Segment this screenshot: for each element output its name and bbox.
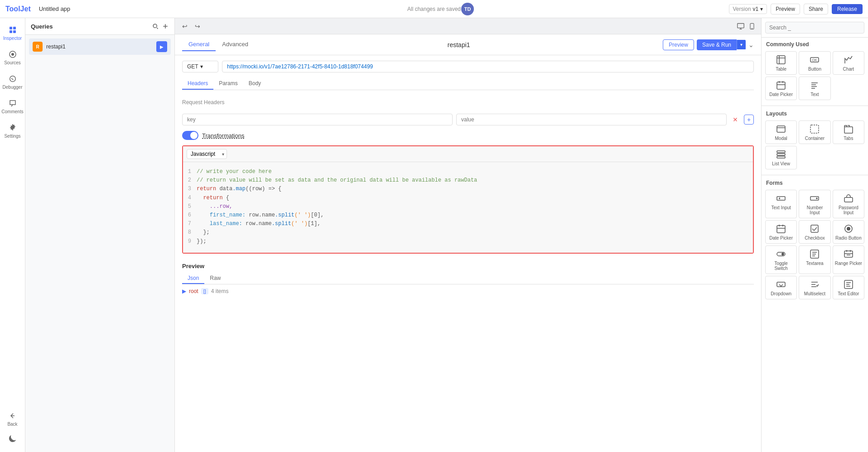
container-icon: [809, 124, 820, 135]
comments-icon: [8, 99, 17, 108]
save-run-main[interactable]: Save & Run: [697, 39, 737, 50]
redo-button[interactable]: ↪: [193, 21, 202, 32]
save-run-arrow[interactable]: ▾: [737, 40, 746, 49]
dark-mode-toggle[interactable]: [2, 430, 24, 447]
code-line-9: 9 });: [183, 237, 753, 246]
widget-textarea[interactable]: Textarea: [799, 245, 830, 274]
svg-rect-13: [777, 82, 785, 89]
transformations-row: Transformations: [182, 131, 754, 140]
preview-tab-json[interactable]: Json: [182, 273, 204, 284]
subtab-params[interactable]: Params: [213, 78, 243, 90]
sidebar-item-sources[interactable]: Sources: [2, 46, 24, 69]
search-icon[interactable]: [152, 23, 159, 30]
collapse-button[interactable]: ⌄: [748, 41, 754, 48]
query-panel: Queries R restapi1 ▶: [25, 18, 175, 452]
password-input-widget-label: Password Input: [835, 205, 862, 215]
widget-modal[interactable]: Modal: [765, 120, 797, 144]
widget-table[interactable]: Table: [765, 51, 797, 75]
version-selector[interactable]: Version v1 ▾: [729, 4, 767, 14]
preview-button[interactable]: Preview: [771, 4, 800, 14]
svg-rect-19: [777, 156, 785, 158]
widget-text-editor[interactable]: Text Editor: [833, 276, 864, 299]
tab-advanced[interactable]: Advanced: [216, 38, 255, 51]
svg-rect-22: [844, 197, 853, 202]
language-select[interactable]: Javascript: [187, 149, 227, 159]
sidebar-item-debugger[interactable]: Debugger: [2, 71, 24, 93]
query-name-input[interactable]: [415, 39, 503, 50]
widget-date-picker-form[interactable]: Date Picker: [765, 220, 797, 244]
widget-text[interactable]: Text: [799, 77, 830, 100]
widget-range-picker[interactable]: Range Picker: [833, 245, 864, 274]
number-input-icon: [809, 193, 820, 204]
toggle-switch-widget-label: Toggle Switch: [767, 261, 795, 271]
tab-general[interactable]: General: [182, 38, 216, 51]
subtab-headers[interactable]: Headers: [182, 78, 213, 90]
widget-checkbox[interactable]: Checkbox: [799, 220, 830, 244]
sidebar-item-settings[interactable]: Settings: [2, 120, 24, 142]
commonly-used-grid: Table OK Button Chart Date: [762, 49, 868, 104]
sidebar-item-inspector[interactable]: Inspector: [2, 22, 24, 44]
undo-button[interactable]: ↩: [180, 21, 189, 32]
widget-date-picker[interactable]: Date Picker: [765, 77, 797, 100]
widget-toggle-switch[interactable]: Toggle Switch: [765, 245, 797, 274]
sidebar-item-comments[interactable]: Comments: [2, 95, 24, 118]
release-button[interactable]: Release: [832, 4, 863, 14]
svg-rect-10: [777, 56, 785, 64]
code-line-1: 1 // write your code here: [183, 168, 753, 176]
widget-dropdown[interactable]: Dropdown: [765, 276, 797, 299]
text-editor-widget-label: Text Editor: [838, 291, 859, 296]
widget-tabs[interactable]: Tabs: [833, 120, 864, 144]
button-widget-label: Button: [808, 67, 821, 72]
tabs-widget-label: Tabs: [844, 136, 853, 141]
header-value-input[interactable]: [456, 114, 727, 125]
desktop-view-icon[interactable]: [737, 22, 745, 30]
widget-container[interactable]: Container: [799, 120, 830, 144]
code-line-8: 8 };: [183, 228, 753, 237]
widget-radio-button[interactable]: Radio Button: [833, 220, 864, 244]
svg-point-5: [11, 53, 14, 56]
query-list: R restapi1 ▶: [25, 35, 174, 452]
lang-select-wrapper[interactable]: Javascript: [187, 149, 227, 159]
subtab-body[interactable]: Body: [243, 78, 266, 90]
query-run-button[interactable]: ▶: [156, 41, 167, 52]
header-key-input[interactable]: [182, 114, 453, 125]
widget-search-input[interactable]: [765, 22, 864, 34]
preview-tab-raw[interactable]: Raw: [204, 273, 226, 284]
delete-header-button[interactable]: [730, 115, 740, 125]
widget-list-view[interactable]: List View: [765, 146, 797, 169]
svg-rect-3: [13, 30, 16, 33]
tabs-icon: [843, 124, 854, 135]
app-title[interactable]: Untitled app: [39, 5, 70, 12]
add-header-button[interactable]: +: [744, 115, 754, 125]
svg-rect-17: [777, 151, 785, 153]
preview-json: ▶ root [] 4 items: [182, 288, 754, 294]
widget-number-input[interactable]: Number Input: [799, 190, 830, 218]
save-run-button[interactable]: Save & Run ▾: [697, 39, 746, 50]
widget-chart[interactable]: Chart: [833, 51, 864, 75]
widget-text-input[interactable]: Text Input: [765, 190, 797, 218]
json-expand-arrow[interactable]: ▶: [182, 288, 186, 294]
sidebar-item-back[interactable]: Back: [2, 408, 24, 430]
widget-multiselect[interactable]: Multiselect: [799, 276, 830, 299]
mobile-view-icon[interactable]: [748, 22, 756, 30]
widget-button[interactable]: OK Button: [799, 51, 830, 75]
method-select[interactable]: GET ▾: [182, 61, 218, 72]
layouts-title: Layouts: [762, 108, 868, 119]
query-tabs-row: General Advanced: [182, 38, 255, 51]
code-body[interactable]: 1 // write your code here 2 // return va…: [183, 162, 753, 253]
request-headers-label: Request Headers: [182, 99, 754, 106]
add-query-icon[interactable]: [162, 23, 169, 30]
query-item[interactable]: R restapi1 ▶: [29, 38, 171, 55]
json-root-row[interactable]: ▶ root [] 4 items: [182, 288, 754, 294]
query-actions: Preview Save & Run ▾ ⌄: [663, 39, 754, 50]
widget-password-input[interactable]: Password Input: [833, 190, 864, 218]
sidebar-bottom: Back: [2, 408, 24, 452]
svg-rect-23: [777, 226, 785, 233]
query-preview-button[interactable]: Preview: [663, 39, 694, 50]
share-button[interactable]: Share: [804, 4, 828, 14]
transformations-toggle[interactable]: [182, 131, 198, 140]
text-input-icon: [776, 193, 786, 204]
url-input[interactable]: [222, 61, 754, 72]
query-body: GET ▾ Headers Params Body Request Header…: [175, 55, 761, 145]
forms-grid: Text Input Number Input Password Input D…: [762, 188, 868, 303]
